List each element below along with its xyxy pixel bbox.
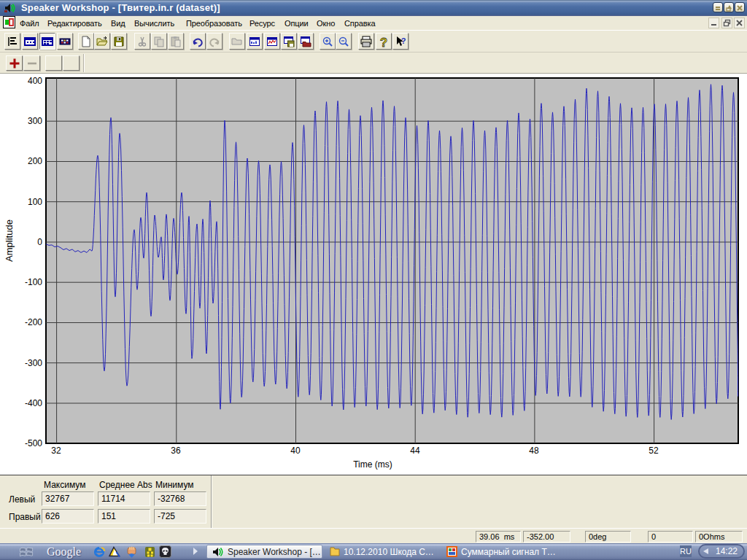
svg-text:200: 200	[28, 156, 42, 166]
svg-text:Time (ms): Time (ms)	[353, 459, 392, 470]
svg-text:-300: -300	[25, 358, 42, 368]
svg-text:32: 32	[51, 446, 61, 456]
svg-text:-100: -100	[25, 277, 42, 287]
svg-text:40: 40	[290, 446, 301, 456]
svg-text:?: ?	[401, 36, 406, 45]
svg-text:52: 52	[649, 446, 659, 456]
svg-text:-400: -400	[25, 398, 42, 408]
svg-text:400: 400	[28, 76, 42, 86]
svg-text:100: 100	[28, 197, 42, 207]
svg-text:44: 44	[410, 446, 420, 456]
svg-text:300: 300	[28, 116, 42, 126]
svg-text:?: ?	[380, 36, 387, 47]
svg-text:-500: -500	[25, 438, 42, 448]
svg-text:36: 36	[171, 446, 181, 456]
svg-text:-200: -200	[25, 317, 42, 327]
svg-text:48: 48	[529, 446, 539, 456]
svg-text:0: 0	[37, 237, 42, 247]
svg-text:Amplitude: Amplitude	[4, 219, 15, 262]
